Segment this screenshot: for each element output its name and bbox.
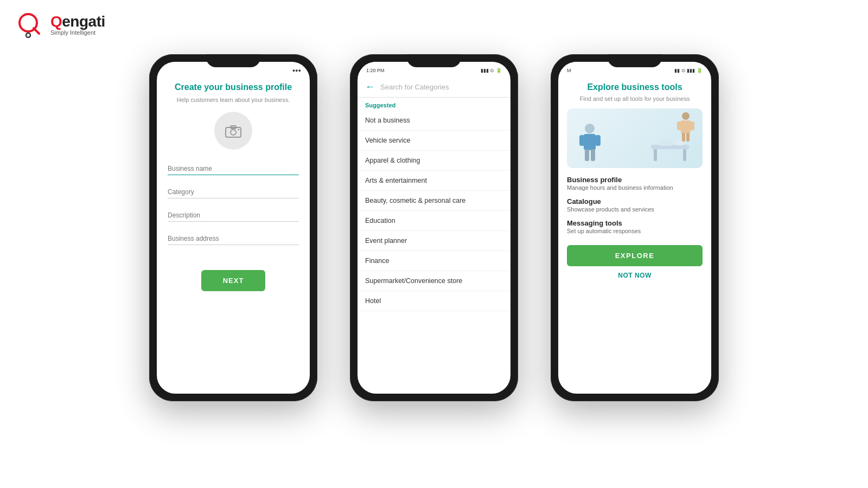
svg-rect-13 xyxy=(585,149,589,161)
svg-point-20 xyxy=(682,112,690,120)
tool-title: Messaging tools xyxy=(567,219,703,227)
category-item[interactable]: Finance xyxy=(358,251,510,271)
svg-text:+: + xyxy=(232,127,234,131)
phone-2: 1:20 PM ▮▮▮ ⊙ 🔋 ← Search for Categories … xyxy=(350,54,518,401)
tools-list: Business profileManage hours and busines… xyxy=(567,176,703,234)
phone3-screen: M ▮▮ ⊙ ▮▮▮ 🔋 Explore business tools Find… xyxy=(558,62,711,394)
explore-button[interactable]: EXPLORE xyxy=(567,245,703,266)
category-item[interactable]: Not a business xyxy=(358,111,510,131)
camera-button[interactable]: + xyxy=(214,112,252,150)
category-item[interactable]: Apparel & clothing xyxy=(358,151,510,171)
phone2-icons: ▮▮▮ ⊙ 🔋 xyxy=(481,68,502,73)
address-field[interactable] xyxy=(168,230,299,245)
svg-rect-10 xyxy=(584,134,596,150)
tool-desc: Showcase products and services xyxy=(567,206,703,213)
illustration-person1 xyxy=(575,122,605,165)
svg-point-6 xyxy=(238,129,240,131)
category-item[interactable]: Vehicle service xyxy=(358,131,510,151)
tool-item: CatalogueShowcase products and services xyxy=(567,197,703,213)
tool-item: Messaging toolsSet up automatic response… xyxy=(567,219,703,234)
svg-rect-16 xyxy=(654,149,657,161)
tool-title: Catalogue xyxy=(567,197,703,206)
phone2-notch xyxy=(407,54,461,67)
phones-container: ●●● Create your business profile Help cu… xyxy=(0,54,868,401)
svg-rect-23 xyxy=(690,121,694,130)
tagline: Simply Intelligent xyxy=(50,29,105,36)
phone1-subtitle: Help customers learn about your business… xyxy=(168,97,299,103)
phone3-icons: ▮▮ ⊙ ▮▮▮ 🔋 xyxy=(674,68,703,73)
category-item[interactable]: Event planner xyxy=(358,231,510,251)
back-arrow-icon[interactable]: ← xyxy=(365,81,375,93)
not-now-button[interactable]: NOT NOW xyxy=(567,272,703,279)
q-letter: Q xyxy=(50,13,62,30)
suggested-label: Suggested xyxy=(358,98,510,111)
svg-rect-22 xyxy=(677,121,682,130)
svg-rect-17 xyxy=(683,149,686,161)
camera-icon: + xyxy=(225,123,242,138)
svg-point-2 xyxy=(26,33,30,37)
categories-list: Not a businessVehicle serviceApparel & c… xyxy=(358,111,510,311)
phone1-notch xyxy=(206,54,260,67)
phone-1: ●●● Create your business profile Help cu… xyxy=(149,54,317,401)
tool-desc: Manage hours and business information xyxy=(567,184,703,191)
search-placeholder[interactable]: Search for Categories xyxy=(380,83,503,91)
phone-3: M ▮▮ ⊙ ▮▮▮ 🔋 Explore business tools Find… xyxy=(551,54,719,401)
category-item[interactable]: Supermarket/Convenience store xyxy=(358,271,510,291)
phone1-title: Create your business profile xyxy=(168,82,299,92)
description-field[interactable] xyxy=(168,207,299,222)
svg-line-1 xyxy=(34,28,39,34)
next-button[interactable]: NEXT xyxy=(201,270,266,291)
illustration-person2 xyxy=(674,111,697,143)
svg-rect-21 xyxy=(681,120,691,133)
phone3-time: M xyxy=(567,68,571,73)
svg-rect-25 xyxy=(686,133,690,142)
phone1-screen: ●●● Create your business profile Help cu… xyxy=(157,62,310,394)
tool-desc: Set up automatic responses xyxy=(567,228,703,234)
category-item[interactable]: Hotel xyxy=(358,291,510,311)
phone2-screen: 1:20 PM ▮▮▮ ⊙ 🔋 ← Search for Categories … xyxy=(358,62,510,394)
logo-text: Qengati Simply Intelligent xyxy=(50,13,105,36)
category-item[interactable]: Arts & entertainment xyxy=(358,171,510,191)
svg-rect-14 xyxy=(591,149,595,161)
svg-rect-24 xyxy=(682,133,685,142)
phone1-content: Create your business profile Help custom… xyxy=(157,82,310,291)
category-item[interactable]: Education xyxy=(358,211,510,231)
tool-item: Business profileManage hours and busines… xyxy=(567,176,703,191)
explore-subtitle: Find and set up all tools for your busin… xyxy=(567,95,703,102)
explore-title: Explore business tools xyxy=(567,82,703,92)
phone2-time: 1:20 PM xyxy=(366,68,385,73)
phone1-icons: ●●● xyxy=(292,68,301,73)
explore-illustration xyxy=(567,108,703,168)
category-field[interactable] xyxy=(168,184,299,198)
phone3-content: Explore business tools Find and set up a… xyxy=(558,77,711,285)
logo-area: Qengati Simply Intelligent xyxy=(16,11,105,38)
phone3-notch xyxy=(608,54,662,67)
search-bar[interactable]: ← Search for Categories xyxy=(358,77,510,98)
svg-point-9 xyxy=(585,124,595,133)
brand-name: Qengati xyxy=(50,13,105,30)
category-item[interactable]: Beauty, cosmetic & personal care xyxy=(358,191,510,211)
svg-rect-18 xyxy=(659,139,673,146)
tool-title: Business profile xyxy=(567,176,703,184)
logo-icon xyxy=(16,11,46,38)
svg-rect-11 xyxy=(579,135,585,146)
svg-rect-12 xyxy=(595,135,601,146)
business-name-field[interactable] xyxy=(168,160,299,175)
